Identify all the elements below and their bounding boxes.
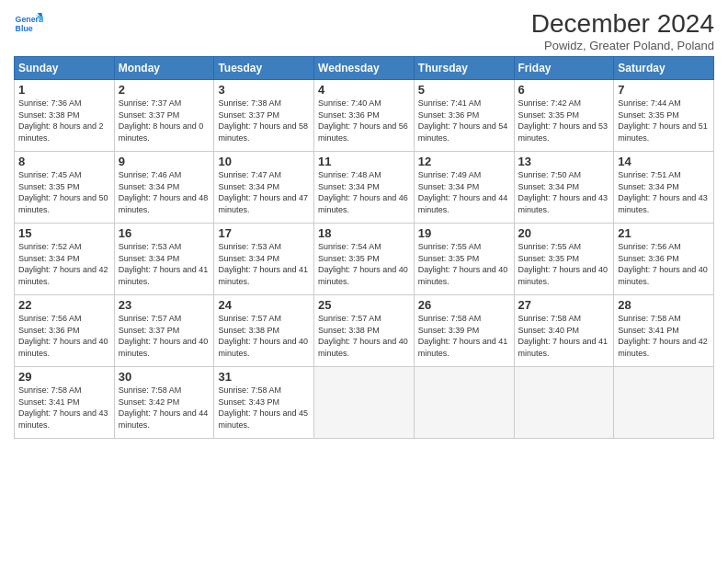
calendar-cell: 23 Sunrise: 7:57 AM Sunset: 3:37 PM Dayl… <box>114 295 214 367</box>
day-info: Sunrise: 7:44 AM Sunset: 3:35 PM Dayligh… <box>618 98 710 144</box>
day-info: Sunrise: 7:55 AM Sunset: 3:35 PM Dayligh… <box>418 241 510 287</box>
calendar-cell: 24 Sunrise: 7:57 AM Sunset: 3:38 PM Dayl… <box>214 295 314 367</box>
day-number: 26 <box>418 298 510 312</box>
day-number: 29 <box>18 370 110 384</box>
calendar-cell: 29 Sunrise: 7:58 AM Sunset: 3:41 PM Dayl… <box>15 367 115 439</box>
col-sunday: Sunday <box>15 57 115 80</box>
day-info: Sunrise: 7:57 AM Sunset: 3:38 PM Dayligh… <box>318 313 410 359</box>
day-number: 17 <box>218 226 310 240</box>
location-subtitle: Powidz, Greater Poland, Poland <box>531 39 714 52</box>
day-info: Sunrise: 7:51 AM Sunset: 3:34 PM Dayligh… <box>618 169 710 215</box>
calendar-cell: 21 Sunrise: 7:56 AM Sunset: 3:36 PM Dayl… <box>614 224 714 295</box>
calendar-cell: 15 Sunrise: 7:52 AM Sunset: 3:34 PM Dayl… <box>15 224 115 295</box>
day-info: Sunrise: 7:56 AM Sunset: 3:36 PM Dayligh… <box>18 313 110 359</box>
calendar-cell: 1 Sunrise: 7:36 AM Sunset: 3:38 PM Dayli… <box>15 80 115 152</box>
month-title: December 2024 <box>531 9 714 39</box>
calendar-cell: 27 Sunrise: 7:58 AM Sunset: 3:40 PM Dayl… <box>514 295 614 367</box>
day-number: 9 <box>119 155 210 168</box>
day-info: Sunrise: 7:37 AM Sunset: 3:37 PM Dayligh… <box>119 98 210 144</box>
day-info: Sunrise: 7:47 AM Sunset: 3:34 PM Dayligh… <box>218 169 310 215</box>
day-info: Sunrise: 7:49 AM Sunset: 3:34 PM Dayligh… <box>418 169 510 215</box>
calendar-cell <box>314 367 415 439</box>
calendar-cell: 7 Sunrise: 7:44 AM Sunset: 3:35 PM Dayli… <box>614 80 714 152</box>
day-number: 14 <box>618 155 710 168</box>
day-info: Sunrise: 7:53 AM Sunset: 3:34 PM Dayligh… <box>119 241 210 287</box>
day-number: 12 <box>418 155 510 168</box>
day-info: Sunrise: 7:58 AM Sunset: 3:43 PM Dayligh… <box>218 385 310 431</box>
day-info: Sunrise: 7:46 AM Sunset: 3:34 PM Dayligh… <box>119 169 210 215</box>
day-number: 13 <box>518 155 610 168</box>
day-info: Sunrise: 7:58 AM Sunset: 3:39 PM Dayligh… <box>418 313 510 359</box>
day-info: Sunrise: 7:54 AM Sunset: 3:35 PM Dayligh… <box>318 241 410 287</box>
day-info: Sunrise: 7:58 AM Sunset: 3:42 PM Dayligh… <box>119 385 210 431</box>
day-number: 28 <box>618 298 710 312</box>
day-number: 19 <box>418 226 510 240</box>
col-wednesday: Wednesday <box>314 57 415 80</box>
day-info: Sunrise: 7:42 AM Sunset: 3:35 PM Dayligh… <box>518 98 610 144</box>
day-number: 6 <box>518 83 610 97</box>
calendar-cell <box>414 367 514 439</box>
calendar-cell: 26 Sunrise: 7:58 AM Sunset: 3:39 PM Dayl… <box>414 295 514 367</box>
day-number: 18 <box>318 226 410 240</box>
calendar-table: Sunday Monday Tuesday Wednesday Thursday… <box>14 56 714 439</box>
day-info: Sunrise: 7:40 AM Sunset: 3:36 PM Dayligh… <box>318 98 410 144</box>
day-number: 8 <box>18 155 110 168</box>
calendar-cell: 19 Sunrise: 7:55 AM Sunset: 3:35 PM Dayl… <box>414 224 514 295</box>
day-number: 27 <box>518 298 610 312</box>
header-row: Sunday Monday Tuesday Wednesday Thursday… <box>15 57 714 80</box>
calendar-cell: 10 Sunrise: 7:47 AM Sunset: 3:34 PM Dayl… <box>214 152 314 224</box>
day-number: 10 <box>218 155 310 168</box>
day-number: 5 <box>418 83 510 97</box>
logo: General Blue <box>14 9 43 39</box>
day-info: Sunrise: 7:38 AM Sunset: 3:37 PM Dayligh… <box>218 98 310 144</box>
calendar-cell: 4 Sunrise: 7:40 AM Sunset: 3:36 PM Dayli… <box>314 80 415 152</box>
day-info: Sunrise: 7:53 AM Sunset: 3:34 PM Dayligh… <box>218 241 310 287</box>
day-info: Sunrise: 7:58 AM Sunset: 3:41 PM Dayligh… <box>618 313 710 359</box>
day-number: 7 <box>618 83 710 97</box>
calendar-cell: 3 Sunrise: 7:38 AM Sunset: 3:37 PM Dayli… <box>214 80 314 152</box>
day-info: Sunrise: 7:55 AM Sunset: 3:35 PM Dayligh… <box>518 241 610 287</box>
calendar-cell: 17 Sunrise: 7:53 AM Sunset: 3:34 PM Dayl… <box>214 224 314 295</box>
day-info: Sunrise: 7:57 AM Sunset: 3:37 PM Dayligh… <box>119 313 210 359</box>
calendar-cell: 14 Sunrise: 7:51 AM Sunset: 3:34 PM Dayl… <box>614 152 714 224</box>
calendar-cell <box>614 367 714 439</box>
svg-text:Blue: Blue <box>16 24 33 33</box>
calendar-cell: 5 Sunrise: 7:41 AM Sunset: 3:36 PM Dayli… <box>414 80 514 152</box>
logo-icon: General Blue <box>14 9 43 39</box>
day-number: 20 <box>518 226 610 240</box>
day-number: 15 <box>18 226 110 240</box>
calendar-cell: 22 Sunrise: 7:56 AM Sunset: 3:36 PM Dayl… <box>15 295 115 367</box>
calendar-cell: 25 Sunrise: 7:57 AM Sunset: 3:38 PM Dayl… <box>314 295 415 367</box>
day-number: 21 <box>618 226 710 240</box>
col-friday: Friday <box>514 57 614 80</box>
day-info: Sunrise: 7:52 AM Sunset: 3:34 PM Dayligh… <box>18 241 110 287</box>
day-info: Sunrise: 7:36 AM Sunset: 3:38 PM Dayligh… <box>18 98 110 144</box>
calendar-cell: 8 Sunrise: 7:45 AM Sunset: 3:35 PM Dayli… <box>15 152 115 224</box>
day-number: 23 <box>119 298 210 312</box>
col-saturday: Saturday <box>614 57 714 80</box>
calendar-cell: 12 Sunrise: 7:49 AM Sunset: 3:34 PM Dayl… <box>414 152 514 224</box>
day-info: Sunrise: 7:56 AM Sunset: 3:36 PM Dayligh… <box>618 241 710 287</box>
day-number: 11 <box>318 155 410 168</box>
col-thursday: Thursday <box>414 57 514 80</box>
calendar-cell: 28 Sunrise: 7:58 AM Sunset: 3:41 PM Dayl… <box>614 295 714 367</box>
day-number: 4 <box>318 83 410 97</box>
day-info: Sunrise: 7:58 AM Sunset: 3:40 PM Dayligh… <box>518 313 610 359</box>
calendar-cell: 31 Sunrise: 7:58 AM Sunset: 3:43 PM Dayl… <box>214 367 314 439</box>
title-area: December 2024 Powidz, Greater Poland, Po… <box>531 9 714 52</box>
calendar-container: General Blue December 2024 Powidz, Great… <box>0 0 728 448</box>
calendar-cell: 20 Sunrise: 7:55 AM Sunset: 3:35 PM Dayl… <box>514 224 614 295</box>
day-info: Sunrise: 7:50 AM Sunset: 3:34 PM Dayligh… <box>518 169 610 215</box>
day-number: 25 <box>318 298 410 312</box>
calendar-cell: 13 Sunrise: 7:50 AM Sunset: 3:34 PM Dayl… <box>514 152 614 224</box>
day-number: 24 <box>218 298 310 312</box>
day-number: 22 <box>18 298 110 312</box>
calendar-cell: 6 Sunrise: 7:42 AM Sunset: 3:35 PM Dayli… <box>514 80 614 152</box>
calendar-cell <box>514 367 614 439</box>
calendar-cell: 2 Sunrise: 7:37 AM Sunset: 3:37 PM Dayli… <box>114 80 214 152</box>
day-info: Sunrise: 7:57 AM Sunset: 3:38 PM Dayligh… <box>218 313 310 359</box>
calendar-cell: 11 Sunrise: 7:48 AM Sunset: 3:34 PM Dayl… <box>314 152 415 224</box>
day-number: 2 <box>119 83 210 97</box>
col-monday: Monday <box>114 57 214 80</box>
calendar-cell: 30 Sunrise: 7:58 AM Sunset: 3:42 PM Dayl… <box>114 367 214 439</box>
